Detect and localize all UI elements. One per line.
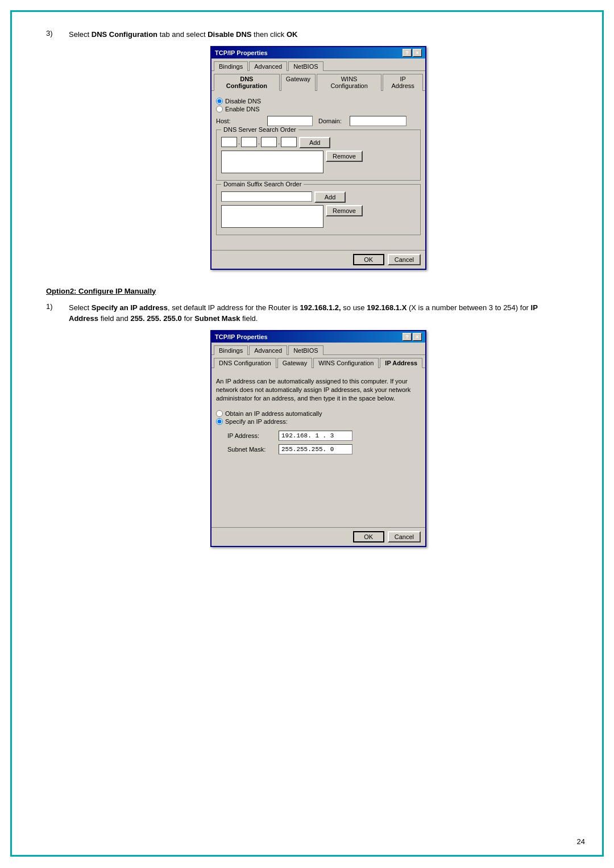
tab-dns-configuration[interactable]: DNS Configuration — [214, 74, 280, 91]
domain-label: Domain: — [318, 118, 350, 124]
dns-domain-list-row: Remove — [221, 205, 416, 228]
dialog1-wrapper: TCP/IP Properties ? × Bindings Advanced … — [69, 46, 568, 270]
step1-block: 1) Select Specify an IP address, set def… — [46, 302, 568, 547]
step3-text: Select DNS Configuration tab and select … — [69, 29, 297, 40]
dns-domain-group-box: Domain Suffix Search Order Add — [216, 184, 421, 235]
enable-dns-label: Enable DNS — [225, 106, 260, 112]
subnet-mask-input[interactable] — [279, 444, 352, 454]
dialog2-ok-btn[interactable]: OK — [353, 531, 384, 542]
dns-domain-add-btn[interactable]: Add — [314, 191, 346, 203]
domain-input[interactable] — [350, 116, 406, 126]
tab-bindings[interactable]: Bindings — [214, 61, 248, 71]
dialog2-tab-ip[interactable]: IP Address — [380, 358, 422, 368]
dialog2-title: TCP/IP Properties — [215, 333, 268, 340]
dialog2-close-btn[interactable]: × — [413, 333, 422, 341]
page-number: 24 — [577, 837, 585, 846]
disable-dns-radio[interactable] — [216, 98, 223, 105]
dns-server-remove-btn[interactable]: Remove — [326, 151, 363, 162]
dialog1-close-btn[interactable]: × — [413, 49, 422, 57]
option2-heading: Option2: Configure IP Manually — [46, 287, 568, 295]
dialog1-titlebar-buttons: ? × — [403, 49, 422, 57]
dns-ip-oct3[interactable] — [261, 137, 277, 147]
host-domain-row: Host: Domain: — [216, 116, 421, 126]
step1-bold6: Subnet Mask — [194, 314, 240, 323]
dns-domain-list[interactable] — [221, 205, 323, 228]
step1-bold5: 255. 255. 255.0 — [130, 314, 181, 323]
dialog2-cancel-btn[interactable]: Cancel — [388, 531, 421, 542]
dialog2-footer: OK Cancel — [211, 527, 425, 546]
dialog2-description: An IP address can be automatically assig… — [216, 377, 421, 403]
subnet-mask-row: Subnet Mask: — [227, 444, 421, 454]
dialog2-tab-advanced[interactable]: Advanced — [249, 345, 287, 355]
step3-bold3: OK — [287, 30, 298, 39]
ip-address-input[interactable] — [279, 431, 352, 441]
tab-netbios[interactable]: NetBIOS — [288, 61, 323, 71]
tab-gateway[interactable]: Gateway — [281, 74, 316, 91]
step1-line: 1) Select Specify an IP address, set def… — [46, 302, 568, 324]
dialog2-tab-row1: Bindings Advanced NetBIOS — [211, 343, 425, 355]
dns-ip-oct2[interactable] — [241, 137, 257, 147]
dialog2-titlebar: TCP/IP Properties ? × — [211, 331, 425, 343]
dns-domain-group-title: Domain Suffix Search Order — [221, 181, 304, 187]
disable-dns-label: Disable DNS — [225, 98, 261, 105]
step3-number: 3) — [46, 29, 69, 37]
specify-ip-radio[interactable] — [216, 418, 223, 425]
step1-bold1: Specify an IP address — [92, 303, 168, 312]
host-input[interactable] — [267, 116, 313, 126]
ip-radio-group: Obtain an IP address automatically Speci… — [216, 410, 421, 425]
dialog1-tab-row1: Bindings Advanced NetBIOS — [211, 59, 425, 71]
dns-domain-remove-btn[interactable]: Remove — [326, 205, 363, 216]
dialog1-help-btn[interactable]: ? — [403, 49, 412, 57]
dialog1-ok-btn[interactable]: OK — [353, 254, 384, 265]
dns-server-group-title: DNS Server Search Order — [221, 126, 298, 133]
page-border: 3) Select DNS Configuration tab and sele… — [10, 10, 604, 857]
ip-address-label: IP Address: — [227, 432, 279, 439]
tab-advanced[interactable]: Advanced — [249, 61, 287, 71]
dns-server-ip-row: . . . — [221, 137, 297, 147]
enable-dns-radio[interactable] — [216, 106, 223, 112]
dialog2-tab-gateway[interactable]: Gateway — [277, 358, 312, 368]
dns-server-list-row: Remove — [221, 151, 416, 173]
dialog2-help-btn[interactable]: ? — [403, 333, 412, 341]
step3-bold2: Disable DNS — [208, 30, 251, 39]
dialog2-tab-row2: DNS Configuration Gateway WINS Configura… — [211, 355, 425, 368]
dialog2-tab-netbios[interactable]: NetBIOS — [288, 345, 323, 355]
dialog1-footer: OK Cancel — [211, 250, 425, 269]
step1-text: Select Specify an IP address, set defaul… — [69, 302, 568, 324]
dialog1-titlebar: TCP/IP Properties ? × — [211, 47, 425, 59]
dns-server-group-box: DNS Server Search Order . . — [216, 130, 421, 181]
step1-bold2: 192.168.1.2, — [300, 303, 341, 312]
dns-ip-oct1[interactable] — [221, 137, 237, 147]
dialog1-title: TCP/IP Properties — [215, 49, 268, 56]
dialog2-body: Bindings Advanced NetBIOS DNS Configurat… — [211, 343, 425, 546]
dialog2-titlebar-buttons: ? × — [403, 333, 422, 341]
dns-server-list[interactable] — [221, 151, 323, 173]
subnet-mask-label: Subnet Mask: — [227, 446, 279, 453]
dns-server-input-row: . . . Add — [221, 137, 416, 148]
enable-dns-radio-item: Enable DNS — [216, 106, 421, 112]
dns-domain-input[interactable] — [221, 191, 312, 202]
dialog2-tab-wins[interactable]: WINS Configuration — [313, 358, 379, 368]
dialog1-tab-row2: DNS Configuration Gateway WINS Configura… — [211, 71, 425, 91]
specify-ip-label: Specify an IP address: — [225, 418, 288, 425]
step3-block: 3) Select DNS Configuration tab and sele… — [46, 29, 568, 270]
dns-domain-content: Add Remove — [221, 191, 416, 228]
step1-bold3: 192.168.1.X — [367, 303, 406, 312]
dns-domain-add-buttons: Add — [314, 191, 346, 203]
disable-dns-radio-item: Disable DNS — [216, 98, 421, 105]
dns-server-content: . . . Add — [221, 137, 416, 173]
dialog2-tab-content: An IP address can be automatically assig… — [211, 368, 425, 527]
dns-server-remove-buttons: Remove — [326, 151, 363, 162]
obtain-ip-radio[interactable] — [216, 410, 223, 417]
tab-wins-configuration[interactable]: WINS Configuration — [317, 74, 382, 91]
dns-ip-oct4[interactable] — [281, 137, 297, 147]
dialog2-tab-dns[interactable]: DNS Configuration — [214, 358, 276, 368]
step1-number: 1) — [46, 302, 69, 311]
dialog1-cancel-btn[interactable]: Cancel — [388, 254, 421, 265]
dns-radio-group: Disable DNS Enable DNS — [216, 98, 421, 112]
dns-server-add-btn[interactable]: Add — [299, 137, 330, 148]
dns-domain-remove-buttons: Remove — [326, 205, 363, 216]
dialog1: TCP/IP Properties ? × Bindings Advanced … — [210, 46, 426, 270]
dialog2-tab-bindings[interactable]: Bindings — [214, 345, 248, 355]
tab-ip-address[interactable]: IP Address — [383, 74, 423, 91]
